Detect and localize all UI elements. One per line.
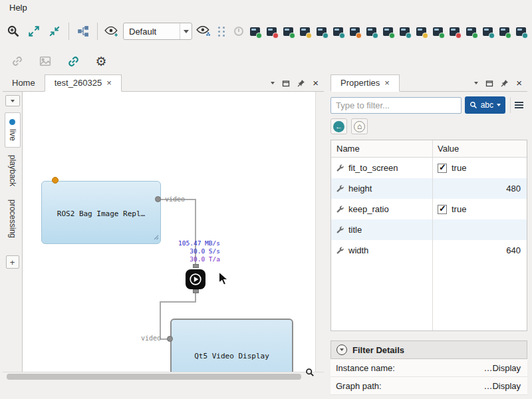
link-graph-icon[interactable] [64,52,82,70]
column-header-name[interactable]: Name [331,144,432,154]
toolbar-plugin-13-icon[interactable] [447,23,462,39]
node-qt5-video-display[interactable]: Qt5 Video Display [170,319,293,372]
port-label-video-in: video [120,334,161,342]
node-ros2-bag-image-replay[interactable]: ROS2 Bag Image Repl… [41,181,161,244]
toolbar-drag-handle[interactable] [218,27,225,37]
side-tab-playback[interactable]: playback [5,149,21,192]
chevron-down-icon [497,104,501,106]
detail-row-graph-path: Graph path: …Display [331,377,527,395]
scrollbar-thumb[interactable] [7,374,301,380]
node-status-dot-icon [52,177,59,184]
detail-value: …Display [483,381,521,391]
view-options-icon[interactable] [510,97,527,113]
main-area: Home test_260325 × × [0,74,532,395]
live-status-dot-icon [9,119,15,125]
toolbar-plugin-7-icon[interactable] [347,23,362,39]
table-row[interactable]: width 640 [331,240,527,261]
pane-menu-icon[interactable] [271,82,275,84]
toolbar-plugin-1-icon[interactable] [247,23,263,39]
image-disabled-icon [36,52,55,70]
tab-test-260325[interactable]: test_260325 × [45,74,122,92]
tab-close-icon[interactable]: × [384,80,390,86]
back-button[interactable] [331,118,347,134]
settings-gear-icon[interactable]: ⚙ [92,52,110,70]
link-disabled-icon [8,52,27,70]
toolbar-plugin-14-icon[interactable] [464,23,479,39]
table-row[interactable]: keep_ratio true [331,199,527,219]
expand-view-icon[interactable] [25,22,43,41]
profile-selector[interactable]: Default [123,23,192,40]
detail-value: …Display [483,363,521,373]
menu-help[interactable]: Help [5,1,31,14]
toolbar-separator [97,23,98,40]
property-table: Name Value fit_to_screen true height 480… [331,140,527,331]
toolbar-plugin-9-icon[interactable] [380,23,396,39]
table-row[interactable]: height 480 [331,178,527,199]
toolbar-plugin-10-icon[interactable] [397,23,412,39]
tab-properties[interactable]: Properties × [331,74,400,92]
toolbar-plugin-8-icon[interactable] [364,23,379,39]
toolbar-plugin-clock-icon[interactable] [231,23,246,39]
checkbox-checked-icon[interactable] [438,205,447,214]
float-pane-icon[interactable] [282,79,290,87]
horizontal-scrollbar[interactable] [3,372,324,380]
node-graph-canvas[interactable]: ROS2 Bag Image Repl… video 105.47 MB/s 3… [23,92,315,372]
canvas-zoom-icon[interactable] [305,368,315,379]
editor-body: live playback processing + [3,92,324,372]
toolbar-plugin-15-icon[interactable] [480,23,495,39]
toolbar-plugin-3-icon[interactable] [281,23,296,39]
column-divider[interactable] [432,140,433,331]
toolbar-plugin-16-icon[interactable] [497,23,512,39]
wrench-icon [336,225,344,234]
editor-tabbar: Home test_260325 × × [3,74,324,92]
resize-grip-icon[interactable] [153,232,159,242]
tab-close-icon[interactable]: × [106,80,112,86]
input-port-video[interactable] [167,336,173,342]
menubar: Help [0,0,532,15]
toolbar-plugin-12-icon[interactable] [430,23,446,39]
search-mode-button[interactable]: abc [465,96,505,114]
side-tab-live[interactable]: live [5,112,21,148]
side-tab-scroll-icon[interactable] [5,95,20,106]
collapse-icon [336,344,347,355]
toolbar-plugin-17-icon[interactable] [513,23,529,39]
application-window: Help Default [0,0,532,399]
table-row[interactable]: fit_to_screen true [331,158,527,178]
pane-close-icon[interactable]: × [313,79,319,87]
properties-pane: Properties × × abc [331,74,532,395]
toolbar-plugin-4-icon[interactable] [297,23,313,39]
filter-details-header[interactable]: Filter Details [331,340,527,359]
column-header-value[interactable]: Value [432,144,527,154]
play-node-input-port[interactable] [193,264,199,268]
float-pane-icon[interactable] [485,79,493,87]
add-graph-tab-button[interactable]: + [6,255,19,269]
pane-splitter[interactable] [324,74,331,395]
side-tab-processing[interactable]: processing [5,194,21,244]
checkbox-checked-icon[interactable] [438,164,447,173]
eye-add-icon[interactable] [102,22,121,41]
play-relay-node[interactable] [186,269,205,289]
toolbar-plugin-5-icon[interactable] [314,23,329,39]
chevron-down-icon [180,23,192,39]
node-hierarchy-icon[interactable] [74,22,92,41]
eye-options-icon[interactable] [194,22,213,41]
toolbar-plugin-2-icon[interactable] [264,23,279,39]
home-button[interactable] [351,118,368,134]
toolbar-separator [68,23,69,40]
table-row[interactable]: title [331,219,527,240]
pin-pane-icon[interactable] [297,79,305,87]
pane-close-icon[interactable]: × [516,79,522,87]
shrink-view-icon[interactable] [45,22,64,41]
vertical-scrollbar[interactable] [315,92,324,372]
properties-tabbar: Properties × × [331,74,527,92]
toolbar-plugin-11-icon[interactable] [414,23,429,39]
zoom-in-icon[interactable] [4,22,23,41]
pin-pane-icon[interactable] [501,79,509,87]
filter-input[interactable] [331,97,462,114]
toolbar-plugin-6-icon[interactable] [331,23,346,39]
pane-menu-icon[interactable] [474,82,478,84]
wrench-icon [336,246,344,255]
play-node-output-port[interactable] [193,289,199,293]
tab-home[interactable]: Home [3,75,45,91]
output-port-video[interactable] [155,196,161,202]
